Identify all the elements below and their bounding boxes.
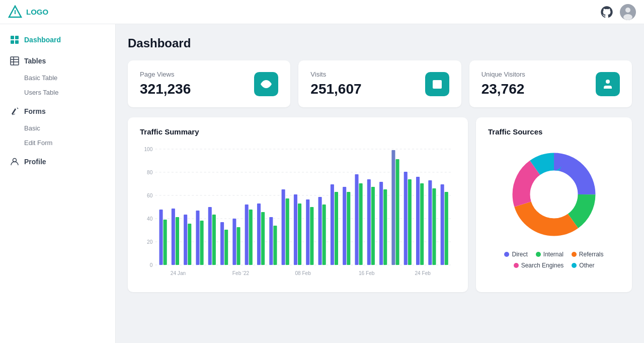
sidebar-item-tables[interactable]: Tables [0,51,115,71]
stat-label-visits: Visits [310,71,361,78]
bar-chart-svg: 100 80 60 40 20 0 [140,144,456,280]
stat-icon-visits [425,72,449,96]
svg-rect-77 [420,183,424,265]
svg-rect-50 [257,203,261,265]
stat-card-unique-visitors: Unique Visitors 23,762 [469,60,632,107]
sidebar-item-profile[interactable]: Profile [0,152,115,171]
svg-rect-58 [306,199,309,265]
dashboard-icon [10,35,19,44]
svg-rect-80 [441,184,444,265]
stat-icon-pageviews [254,72,278,96]
stat-value-visits: 251,607 [310,81,361,97]
tables-icon [10,56,19,65]
svg-rect-40 [196,211,199,265]
topbar-right [600,4,636,20]
sidebar-item-basic-form[interactable]: Basic [0,121,115,135]
sidebar-item-forms[interactable]: Forms [0,102,115,121]
sidebar-section-dashboard: Dashboard [0,30,115,49]
svg-rect-35 [164,220,167,265]
svg-rect-55 [286,198,289,265]
profile-icon [10,157,19,166]
svg-rect-67 [359,183,363,265]
sidebar-tables-label: Tables [24,57,46,65]
traffic-summary-title: Traffic Summary [140,127,456,136]
svg-point-4 [623,14,632,20]
traffic-sources-title: Traffic Sources [488,127,620,136]
svg-rect-43 [212,215,216,265]
svg-rect-64 [343,187,346,265]
logo-icon [8,5,22,19]
legend-direct: Direct [504,251,527,258]
legend-dot-search [514,263,519,268]
github-icon[interactable] [600,5,614,19]
stat-card-pageviews: Page Views 321,236 [128,60,290,107]
main-content: Dashboard Page Views 321,236 Visits 251,… [116,24,644,343]
svg-text:16 Feb: 16 Feb [359,270,375,276]
page-title: Dashboard [128,36,632,50]
svg-rect-63 [335,192,338,265]
svg-rect-7 [11,40,14,44]
user-avatar[interactable] [620,4,636,20]
svg-line-13 [17,108,18,109]
stat-icon-unique [596,72,620,96]
legend-search: Search Engines [514,262,564,269]
donut-legend: Direct Internal Referrals Search En [488,251,620,269]
sidebar-item-edit-form[interactable]: Edit Form [0,135,115,150]
svg-rect-51 [261,212,265,265]
sidebar-item-users-table[interactable]: Users Table [0,85,115,100]
svg-text:08 Feb: 08 Feb [295,270,311,276]
logo-text: LOGO [26,8,48,16]
svg-point-21 [606,80,610,84]
svg-rect-59 [310,207,313,265]
svg-rect-79 [432,188,436,265]
svg-rect-49 [249,210,253,265]
stat-card-text: Visits 251,607 [310,71,361,97]
sidebar-forms-label: Forms [24,107,46,115]
svg-text:24 Jan: 24 Jan [171,270,186,276]
logo: LOGO [8,5,48,19]
user-icon [602,78,614,90]
sidebar-item-dashboard[interactable]: Dashboard [0,30,115,49]
svg-rect-62 [331,184,334,265]
svg-rect-54 [282,189,285,265]
svg-rect-57 [298,203,301,265]
sidebar-dashboard-label: Dashboard [24,36,61,44]
svg-rect-45 [224,230,228,265]
layout: Dashboard Tables Basic Table Users Table [0,24,644,343]
forms-icon [10,107,19,116]
calendar-icon [431,78,443,90]
stat-card-text: Page Views 321,236 [140,71,191,97]
sidebar-item-basic-table[interactable]: Basic Table [0,71,115,85]
svg-rect-48 [245,204,249,265]
svg-rect-66 [355,174,358,265]
svg-point-92 [530,171,578,218]
svg-rect-70 [379,182,383,265]
bar-chart-area: 100 80 60 40 20 0 [140,144,456,282]
traffic-sources-card: Traffic Sources [476,117,632,292]
stat-label-pageviews: Page Views [140,71,191,78]
svg-point-16 [265,83,268,86]
svg-rect-60 [318,197,322,265]
svg-text:24 Feb: 24 Feb [415,270,431,276]
svg-text:100: 100 [144,147,152,152]
sidebar-section-tables: Tables Basic Table Users Table [0,51,115,100]
sidebar-section-profile: Profile [0,152,115,171]
sidebar: Dashboard Tables Basic Table Users Table [0,24,116,343]
legend-dot-internal [536,252,541,257]
svg-text:40: 40 [147,216,153,222]
legend-dot-referrals [572,252,577,257]
topbar: LOGO [0,0,644,24]
svg-rect-5 [11,36,14,39]
legend-dot-direct [504,252,509,257]
stat-label-unique: Unique Visitors [481,71,525,78]
svg-rect-17 [433,80,442,89]
svg-rect-38 [184,215,187,265]
svg-rect-42 [208,207,212,265]
svg-rect-46 [232,219,236,265]
svg-rect-9 [11,57,19,65]
legend-dot-other [572,263,577,268]
stat-cards: Page Views 321,236 Visits 251,607 [128,60,632,107]
svg-rect-76 [416,177,420,265]
charts-row: Traffic Summary 100 80 60 40 [128,117,632,292]
svg-rect-61 [323,204,326,265]
